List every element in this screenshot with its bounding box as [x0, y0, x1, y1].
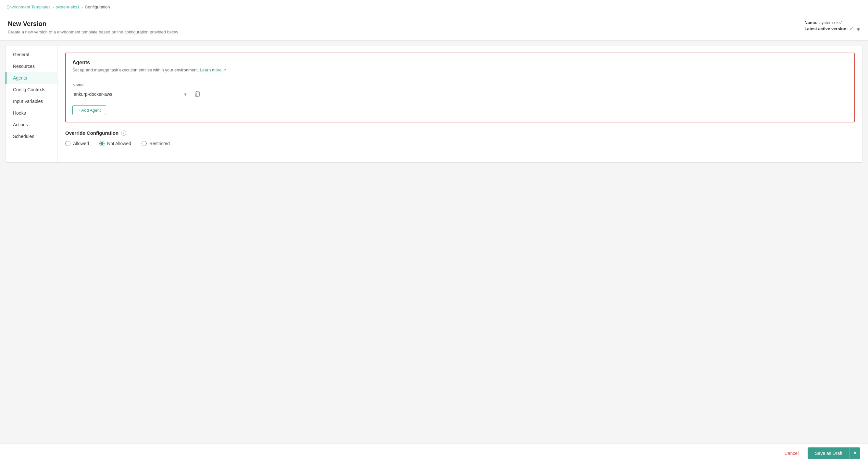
save-draft-button[interactable]: Save as Draft: [808, 447, 849, 459]
name-meta-value: system-eks1: [819, 20, 843, 25]
sidebar-item-actions[interactable]: Actions: [5, 119, 57, 130]
breadcrumb-env-templates[interactable]: Environment Templates: [6, 4, 51, 9]
breadcrumb: Environment Templates › system-eks1 › Co…: [0, 0, 868, 14]
version-meta-row: Latest active version: v1-ap: [805, 26, 860, 31]
name-field-label: Name: [72, 83, 847, 87]
content-area: Agents Set up and manage task execution …: [58, 46, 863, 162]
footer-bar: Cancel Save as Draft ▼: [0, 443, 868, 463]
page-title: New Version: [8, 20, 178, 28]
override-option-allowed[interactable]: Allowed: [65, 141, 89, 146]
override-title-text: Override Configuration: [65, 130, 119, 136]
trash-icon: [194, 91, 200, 97]
header-left: New Version Create a new version of a en…: [8, 20, 178, 34]
sidebar: General Resources Agents Config Contexts…: [5, 46, 58, 162]
main-container: General Resources Agents Config Contexts…: [5, 46, 863, 163]
chevron-down-icon: ▼: [853, 451, 857, 456]
override-option-not-allowed[interactable]: Not Allowed: [99, 141, 131, 146]
radio-not-allowed[interactable]: [99, 141, 104, 146]
name-meta-label: Name:: [805, 20, 818, 25]
learn-more-link[interactable]: Learn more: [200, 67, 226, 72]
breadcrumb-configuration: Configuration: [85, 4, 110, 9]
page-subtitle: Create a new version of a environment te…: [8, 30, 178, 34]
version-meta-label: Latest active version:: [805, 26, 848, 31]
sidebar-item-hooks[interactable]: Hooks: [5, 107, 57, 119]
sidebar-item-agents[interactable]: Agents: [5, 72, 57, 84]
agents-desc-text: Set up and manage task execution entitie…: [72, 67, 199, 72]
agent-name-select[interactable]: ankurp-docker-aws: [72, 90, 189, 99]
breadcrumb-system-eks1[interactable]: system-eks1: [56, 4, 80, 9]
header-bar: New Version Create a new version of a en…: [0, 14, 868, 40]
radio-restricted[interactable]: [142, 141, 147, 146]
breadcrumb-sep1: ›: [53, 4, 54, 9]
sidebar-item-general[interactable]: General: [5, 49, 57, 60]
radio-allowed-label: Allowed: [73, 141, 89, 146]
override-section: Override Configuration i Allowed Not All…: [65, 130, 855, 146]
name-select-wrapper: ankurp-docker-aws ▼: [72, 90, 189, 99]
cancel-button[interactable]: Cancel: [779, 448, 804, 459]
name-row: ankurp-docker-aws ▼: [72, 89, 847, 99]
version-meta-value: v1-ap: [849, 26, 860, 31]
sidebar-item-resources[interactable]: Resources: [5, 60, 57, 72]
override-title: Override Configuration i: [65, 130, 855, 136]
breadcrumb-sep2: ›: [82, 4, 83, 9]
delete-agent-button[interactable]: [193, 89, 202, 99]
radio-not-allowed-label: Not Allowed: [107, 141, 131, 146]
agents-section: Agents Set up and manage task execution …: [65, 53, 855, 122]
override-radio-group: Allowed Not Allowed Restricted: [65, 141, 855, 146]
radio-allowed[interactable]: [65, 141, 70, 146]
sidebar-item-config-contexts[interactable]: Config Contexts: [5, 84, 57, 95]
sidebar-item-schedules[interactable]: Schedules: [5, 130, 57, 142]
name-meta-row: Name: system-eks1: [805, 20, 860, 25]
override-info-icon: i: [121, 130, 126, 136]
save-draft-wrapper: Save as Draft ▼: [808, 447, 860, 459]
header-right: Name: system-eks1 Latest active version:…: [805, 20, 860, 32]
override-option-restricted[interactable]: Restricted: [142, 141, 170, 146]
sidebar-item-input-variables[interactable]: Input Variables: [5, 95, 57, 107]
agents-section-title: Agents: [72, 60, 847, 66]
save-draft-dropdown-button[interactable]: ▼: [849, 447, 860, 459]
agents-section-desc: Set up and manage task execution entitie…: [72, 67, 847, 77]
add-agent-button[interactable]: + Add Agent: [72, 105, 106, 115]
radio-restricted-label: Restricted: [149, 141, 170, 146]
